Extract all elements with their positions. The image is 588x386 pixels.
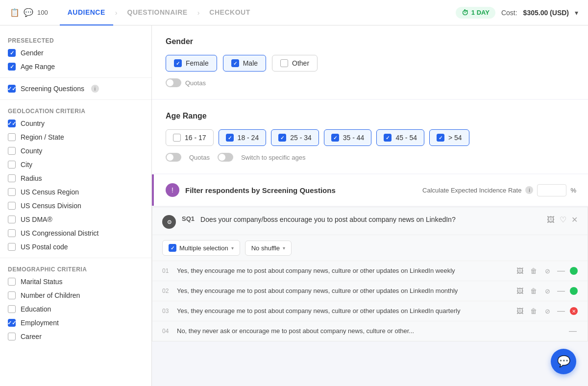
country-checkbox[interactable]: ✓ [8, 120, 16, 127]
answer-dash-icon-2[interactable]: — [556, 286, 566, 296]
shuffle-select[interactable]: No shuffle ▾ [245, 241, 292, 256]
us-postal-code-checkbox[interactable] [8, 243, 16, 251]
gender-checkbox[interactable] [8, 49, 16, 57]
sq-image-icon[interactable]: 🖼 [547, 216, 555, 224]
type-select[interactable]: Multiple selection ▾ [162, 240, 240, 256]
sidebar-item-marital-status[interactable]: Marital Status [0, 275, 151, 289]
answer-actions-2: 🖼 🗑 ⊘ — [515, 286, 578, 296]
sidebar-item-number-of-children[interactable]: Number of Children [0, 289, 151, 302]
tab-questionnaire[interactable]: QUESTIONNAIRE [120, 0, 196, 25]
main-layout: Preselected Gender Age Range ✓ Screening… [0, 25, 588, 386]
filter-header: ! Filter respondents by Screening Questi… [154, 174, 588, 206]
age-16-17-option[interactable]: 16 - 17 [166, 129, 214, 146]
answer-ban-icon-3[interactable]: ⊘ [542, 306, 552, 316]
other-option[interactable]: Other [272, 55, 318, 72]
sidebar-item-city[interactable]: City [0, 158, 151, 171]
us-census-division-checkbox[interactable] [8, 202, 16, 210]
cost-dropdown-icon[interactable]: ▾ [575, 9, 578, 17]
us-dma-checkbox[interactable] [8, 216, 16, 223]
employment-checkbox[interactable]: ✓ [8, 319, 16, 327]
screening-info-icon[interactable]: i [91, 85, 99, 93]
header-brand: 📋 💬 100 [10, 8, 48, 17]
answer-num-1: 01 [162, 267, 172, 274]
age-54plus-option[interactable]: > 54 [429, 129, 469, 146]
sidebar: Preselected Gender Age Range ✓ Screening… [0, 25, 152, 386]
sq-close-icon[interactable]: ✕ [571, 215, 578, 224]
answer-image-icon-1[interactable]: 🖼 [515, 266, 525, 276]
answer-row-4: 04 No, they never ask or encourage me to… [152, 321, 588, 341]
career-checkbox[interactable] [8, 333, 16, 340]
sidebar-item-career[interactable]: Career [0, 330, 151, 343]
sidebar-item-us-postal-code[interactable]: US Postal code [0, 240, 151, 254]
incidence-info-icon[interactable]: i [525, 186, 533, 194]
age-35-44-checkbox [331, 134, 339, 142]
us-census-region-checkbox[interactable] [8, 188, 16, 196]
answer-trash-icon-3[interactable]: 🗑 [529, 306, 539, 316]
gender-quotas-toggle[interactable] [166, 78, 181, 87]
age-54plus-label: > 54 [448, 134, 462, 142]
age-specific-toggle[interactable] [218, 153, 233, 162]
incidence-label: Calculate Expected Incidence Rate [422, 187, 521, 194]
question-header: ⊙ SQ1 Does your company/boss encourage y… [152, 207, 588, 235]
age-25-34-option[interactable]: 25 - 34 [271, 129, 319, 146]
age-quotas-label: Quotas [189, 154, 210, 161]
sidebar-item-screening[interactable]: ✓ Screening Questions i [0, 82, 151, 96]
age-16-17-label: 16 - 17 [185, 134, 206, 142]
answer-ban-icon-1[interactable]: ⊘ [542, 266, 552, 276]
age-35-44-option[interactable]: 35 - 44 [324, 129, 372, 146]
sidebar-item-age-range[interactable]: Age Range [0, 60, 151, 73]
answer-num-2: 02 [162, 288, 172, 294]
education-checkbox[interactable] [8, 305, 16, 313]
answer-ban-icon-2[interactable]: ⊘ [542, 286, 552, 296]
demographic-title: Demographic criteria [0, 262, 151, 275]
age-25-34-checkbox [278, 134, 286, 142]
screening-checkbox[interactable]: ✓ [8, 85, 16, 93]
answer-dash-icon-1[interactable]: — [556, 266, 566, 276]
sidebar-item-radius[interactable]: Radius [0, 171, 151, 185]
sidebar-item-county[interactable]: County [0, 144, 151, 158]
app-header: 📋 💬 100 AUDIENCE › QUESTIONNAIRE › CHECK… [0, 0, 588, 25]
chat-fab[interactable]: 💬 [551, 349, 576, 374]
answer-image-icon-2[interactable]: 🖼 [515, 286, 525, 296]
age-45-54-option[interactable]: 45 - 54 [376, 129, 424, 146]
incidence-input[interactable] [537, 184, 566, 196]
radius-label: Radius [21, 174, 42, 182]
answer-trash-icon-1[interactable]: 🗑 [529, 266, 539, 276]
marital-status-checkbox[interactable] [8, 278, 16, 286]
sidebar-item-region-state[interactable]: Region / State [0, 130, 151, 144]
answer-dash-icon-3[interactable]: — [556, 306, 566, 316]
age-range-checkbox[interactable] [8, 63, 16, 71]
city-checkbox[interactable] [8, 161, 16, 169]
number-of-children-checkbox[interactable] [8, 291, 16, 299]
answer-trash-icon-2[interactable]: 🗑 [529, 286, 539, 296]
answer-image-icon-3[interactable]: 🖼 [515, 306, 525, 316]
answer-dash-icon-4[interactable]: — [568, 326, 578, 336]
age-18-24-option[interactable]: 18 - 24 [219, 129, 267, 146]
county-label: County [21, 147, 42, 155]
female-option[interactable]: Female [166, 55, 217, 72]
career-label: Career [21, 333, 42, 340]
nav-tabs: AUDIENCE › QUESTIONNAIRE › CHECKOUT [60, 0, 456, 25]
sidebar-item-us-congressional-district[interactable]: US Congressional District [0, 226, 151, 240]
region-state-checkbox[interactable] [8, 133, 16, 141]
radius-checkbox[interactable] [8, 174, 16, 182]
age-quotas-toggle[interactable] [166, 153, 181, 162]
tab-checkout[interactable]: CHECKOUT [201, 0, 258, 25]
sidebar-item-gender[interactable]: Gender [0, 46, 151, 60]
question-card: ⊙ SQ1 Does your company/boss encourage y… [152, 207, 588, 341]
county-checkbox[interactable] [8, 147, 16, 155]
sidebar-item-country[interactable]: ✓ Country [0, 117, 151, 130]
incidence-section: Calculate Expected Incidence Rate i % [422, 184, 576, 196]
tab-audience[interactable]: AUDIENCE [60, 0, 113, 25]
filter-card: ! Filter respondents by Screening Questi… [152, 174, 588, 206]
us-congressional-district-checkbox[interactable] [8, 229, 16, 237]
sidebar-item-employment[interactable]: ✓ Employment [0, 316, 151, 330]
sq-heart-icon[interactable]: ♡ [560, 215, 566, 224]
age-specific-label: Switch to specific ages [241, 154, 306, 161]
sidebar-item-education[interactable]: Education [0, 302, 151, 316]
sidebar-item-us-census-region[interactable]: US Census Region [0, 185, 151, 199]
sidebar-item-us-dma[interactable]: US DMA® [0, 213, 151, 226]
sidebar-item-us-census-division[interactable]: US Census Division [0, 199, 151, 213]
male-option[interactable]: Male [223, 55, 266, 72]
male-label: Male [243, 59, 258, 67]
